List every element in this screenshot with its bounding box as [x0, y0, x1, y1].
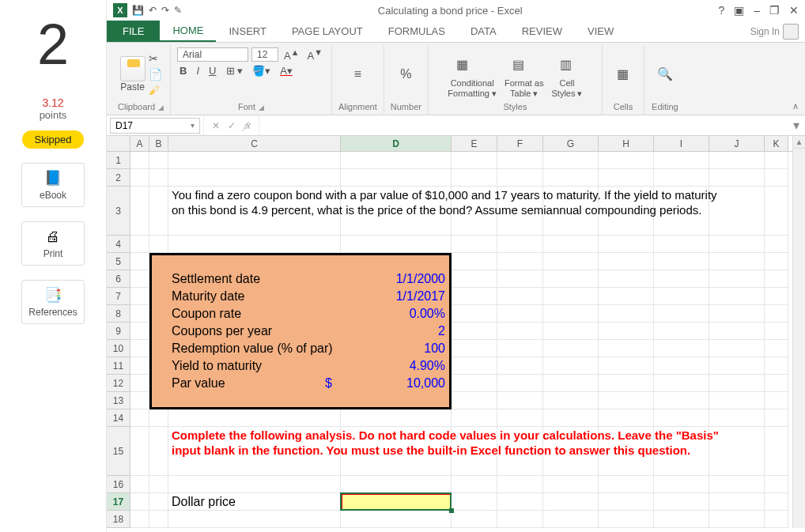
cell-E4[interactable] [452, 236, 497, 253]
clipboard-dialog-icon[interactable]: ◢ [158, 104, 164, 111]
format-as-table-label[interactable]: Format asTable ▾ [505, 78, 544, 97]
cell-styles-label[interactable]: CellStyles ▾ [551, 78, 582, 97]
editing-label[interactable]: Editing [652, 102, 678, 111]
col-header-H[interactable]: H [599, 136, 654, 151]
cell-D1[interactable] [341, 152, 452, 169]
row-header-7[interactable]: 7 [107, 288, 130, 305]
cell-F2[interactable] [497, 169, 543, 187]
enter-formula-icon[interactable]: ✓ [228, 120, 236, 131]
cell-A17[interactable] [130, 493, 149, 511]
cell-B1[interactable] [149, 152, 168, 169]
vertical-scrollbar[interactable]: ▲ [792, 136, 805, 528]
cell-F1[interactable] [497, 152, 543, 169]
cell-J7[interactable] [709, 288, 765, 305]
cell-G1[interactable] [543, 152, 599, 169]
font-size-select[interactable]: 12 [251, 47, 278, 62]
cell-H8[interactable] [599, 305, 654, 323]
cell-J6[interactable] [709, 270, 765, 288]
cell-C14[interactable] [168, 409, 341, 427]
cell-A5[interactable] [130, 253, 149, 270]
tab-review[interactable]: REVIEW [509, 21, 575, 42]
cell-H12[interactable] [599, 375, 654, 392]
cell-B16[interactable] [149, 476, 168, 493]
cell-J4[interactable] [709, 236, 765, 253]
conditional-formatting-label[interactable]: ConditionalFormatting ▾ [448, 78, 497, 97]
cell-H16[interactable] [599, 476, 654, 493]
cell-J12[interactable] [709, 375, 765, 392]
cell-K15[interactable] [765, 427, 788, 476]
grow-font-icon[interactable]: A▲ [282, 47, 301, 62]
cell-K6[interactable] [765, 270, 788, 288]
cell-E2[interactable] [452, 169, 497, 187]
paste-label[interactable]: Paste [120, 81, 145, 92]
col-header-I[interactable]: I [654, 136, 709, 151]
cell-E5[interactable] [452, 253, 497, 270]
ribbon-display-icon[interactable]: ▣ [734, 4, 744, 17]
tab-home[interactable]: HOME [160, 21, 216, 42]
cell-K8[interactable] [765, 305, 788, 323]
col-header-A[interactable]: A [130, 136, 149, 151]
cell-A6[interactable] [130, 270, 149, 288]
cell-F14[interactable] [497, 409, 543, 427]
row-header-10[interactable]: 10 [107, 340, 130, 357]
cell-A14[interactable] [130, 409, 149, 427]
fill-handle[interactable] [449, 508, 454, 513]
row-header-8[interactable]: 8 [107, 305, 130, 323]
row-header-3[interactable]: 3 [107, 187, 130, 236]
cell-G13[interactable] [543, 392, 599, 409]
cell-C16[interactable] [168, 476, 341, 493]
cell-K18[interactable] [765, 511, 788, 528]
cell-J16[interactable] [709, 476, 765, 493]
expand-formula-bar-icon[interactable]: ▾ [788, 118, 805, 133]
cell-F16[interactable] [497, 476, 543, 493]
cell-J10[interactable] [709, 340, 765, 357]
cell-F10[interactable] [497, 340, 543, 357]
cut-icon[interactable]: ✂ [149, 52, 162, 65]
cell-J2[interactable] [709, 169, 765, 187]
cell-B3[interactable] [149, 187, 168, 236]
cell-H2[interactable] [599, 169, 654, 187]
cell-J17[interactable] [709, 493, 765, 511]
bold-button[interactable]: B [177, 65, 189, 77]
cell-A18[interactable] [130, 511, 149, 528]
cell-F6[interactable] [497, 270, 543, 288]
cell-I11[interactable] [654, 357, 709, 375]
redo-icon[interactable]: ↷ [161, 5, 169, 16]
cell-E10[interactable] [452, 340, 497, 357]
col-header-G[interactable]: G [543, 136, 599, 151]
cell-D18[interactable] [341, 511, 452, 528]
cell-K3[interactable] [765, 187, 788, 236]
cell-H1[interactable] [599, 152, 654, 169]
cell-G8[interactable] [543, 305, 599, 323]
collapse-ribbon-icon[interactable]: ∧ [792, 101, 799, 111]
cell-G16[interactable] [543, 476, 599, 493]
cell-D16[interactable] [341, 476, 452, 493]
cell-B2[interactable] [149, 169, 168, 187]
cell-E6[interactable] [452, 270, 497, 288]
cell-K5[interactable] [765, 253, 788, 270]
cell-G18[interactable] [543, 511, 599, 528]
cell-J13[interactable] [709, 392, 765, 409]
cell-I6[interactable] [654, 270, 709, 288]
cell-D2[interactable] [341, 169, 452, 187]
cell-K2[interactable] [765, 169, 788, 187]
col-header-K[interactable]: K [765, 136, 788, 151]
cell-I10[interactable] [654, 340, 709, 357]
cell-E12[interactable] [452, 375, 497, 392]
cell-I16[interactable] [654, 476, 709, 493]
formula-input[interactable] [259, 119, 788, 133]
font-name-select[interactable]: Arial [177, 47, 248, 62]
undo-icon[interactable]: ↶ [149, 5, 157, 16]
cell-A4[interactable] [130, 236, 149, 253]
scroll-up-icon[interactable]: ▲ [793, 136, 805, 149]
cell-F11[interactable] [497, 357, 543, 375]
cell-C2[interactable] [168, 169, 341, 187]
paste-icon[interactable] [120, 56, 146, 81]
italic-button[interactable]: I [194, 65, 202, 77]
cell-A11[interactable] [130, 357, 149, 375]
tab-insert[interactable]: INSERT [216, 21, 278, 42]
row-header-9[interactable]: 9 [107, 323, 130, 340]
cell-I14[interactable] [654, 409, 709, 427]
cell-J8[interactable] [709, 305, 765, 323]
cell-E7[interactable] [452, 288, 497, 305]
